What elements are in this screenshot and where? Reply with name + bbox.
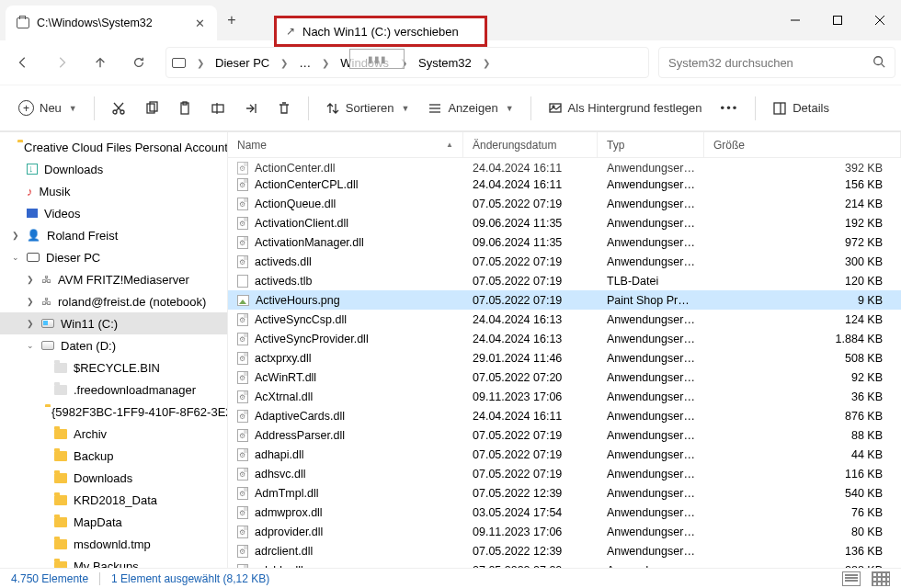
col-type[interactable]: Typ [598, 132, 704, 157]
file-row[interactable]: adsldp.dll07.05.2022 07:20Anwendungserwe… [228, 560, 901, 568]
file-date: 07.05.2022 07:19 [463, 275, 598, 288]
tree-item[interactable]: ⌄Daten (D:) [0, 334, 227, 356]
file-row[interactable]: AdaptiveCards.dll24.04.2024 16:11Anwendu… [228, 406, 901, 425]
chevron-icon[interactable]: ⌄ [11, 253, 20, 262]
file-row[interactable]: adhsvc.dll07.05.2022 07:19Anwendungserwe… [228, 464, 901, 483]
set-background-button[interactable]: Als Hintergrund festlegen [541, 93, 710, 124]
tree-item[interactable]: ⌄Dieser PC [0, 246, 227, 268]
sort-button[interactable]: Sortieren ▼ [318, 93, 417, 124]
file-row[interactable]: ActivationManager.dll09.06.2024 11:35Anw… [228, 232, 901, 252]
chevron-right-icon[interactable]: ❯ [191, 58, 210, 68]
minimize-button[interactable] [774, 0, 816, 40]
chevron-right-icon[interactable]: ❯ [275, 58, 293, 68]
file-name: adrclient.dll [255, 545, 313, 558]
file-size: 9 KB [704, 294, 901, 307]
file-name: adhapi.dll [255, 448, 304, 461]
file-row[interactable]: AcXtrnal.dll09.11.2023 17:06Anwendungser… [228, 387, 901, 406]
file-row[interactable]: activeds.tlb07.05.2022 07:19TLB-Datei120… [228, 271, 901, 290]
file-name: actxprxy.dll [255, 352, 312, 365]
close-window-button[interactable] [859, 0, 901, 40]
view-grid-icon[interactable] [872, 571, 890, 586]
view-button[interactable]: Anzeigen ▼ [420, 93, 520, 124]
search-input[interactable] [668, 56, 872, 70]
tree-item[interactable]: ❯👤Roland Freist [0, 224, 227, 246]
col-name[interactable]: Name▲ [228, 132, 463, 157]
tree-item[interactable]: Videos [0, 202, 227, 224]
tree-item[interactable]: Archiv [0, 423, 227, 445]
crumb-system32[interactable]: System32 [415, 54, 475, 72]
chevron-right-icon[interactable]: ❯ [477, 58, 496, 68]
tree-label: Videos [44, 207, 81, 220]
details-pane-button[interactable]: Details [765, 93, 837, 124]
back-button[interactable] [6, 46, 40, 79]
tree-item[interactable]: My Backups [0, 555, 227, 568]
chevron-right-icon[interactable]: ❯ [316, 58, 335, 68]
up-button[interactable] [83, 46, 118, 79]
new-label: Neu [40, 101, 62, 115]
chevron-icon[interactable]: ❯ [26, 275, 35, 284]
file-row[interactable]: adrclient.dll07.05.2022 12:39Anwendungse… [228, 541, 901, 560]
tab-active[interactable]: C:\Windows\System32 ✕ [6, 6, 217, 40]
nav-tree[interactable]: Creative Cloud Files Personal AccountDow… [0, 132, 228, 568]
tree-item[interactable]: ❯🖧AVM FRITZ!Mediaserver [0, 268, 227, 290]
refresh-button[interactable] [121, 46, 156, 79]
file-row[interactable]: AcWinRT.dll07.05.2022 07:20Anwendungserw… [228, 368, 901, 387]
crumb-dieser-pc[interactable]: Dieser PC [211, 54, 273, 72]
tree-item[interactable]: ❯Win11 (C:) [0, 312, 227, 334]
tree-item[interactable]: .freedownloadmanager [0, 379, 227, 401]
file-row[interactable]: ActionCenterCPL.dll24.04.2024 16:11Anwen… [228, 175, 901, 194]
file-row[interactable]: adprovider.dll09.11.2023 17:06Anwendungs… [228, 522, 901, 541]
chevron-icon[interactable]: ❯ [11, 231, 20, 240]
breadcrumb[interactable]: ❯ Dieser PC ❯ … ❯ Windows ❯ System32 ❯ [165, 47, 649, 78]
delete-button[interactable] [269, 93, 299, 124]
file-row[interactable]: ActiveSyncCsp.dll24.04.2024 16:13Anwendu… [228, 310, 901, 329]
new-button[interactable]: + Neu ▼ [11, 93, 85, 124]
tree-item[interactable]: {5982F3BC-1FF9-410F-8F62-3E2 [0, 401, 227, 423]
copy-button[interactable] [137, 93, 166, 124]
tree-item[interactable]: Downloads [0, 158, 227, 180]
tree-item[interactable]: Backup [0, 445, 227, 467]
col-size[interactable]: Größe [704, 132, 901, 157]
tree-item[interactable]: MapData [0, 511, 227, 533]
tree-item[interactable]: Downloads [0, 467, 227, 489]
file-date: 24.04.2024 16:13 [463, 313, 598, 326]
file-row[interactable]: adhapi.dll07.05.2022 07:19Anwendungserwe… [228, 445, 901, 464]
cut-button[interactable] [104, 93, 133, 124]
forward-button[interactable] [44, 46, 79, 79]
chevron-icon[interactable]: ❯ [26, 319, 35, 328]
tree-item[interactable]: msdownld.tmp [0, 533, 227, 555]
share-button[interactable] [236, 93, 266, 124]
tree-item[interactable]: ♪Musik [0, 180, 227, 202]
file-row[interactable]: AddressParser.dll07.05.2022 07:19Anwendu… [228, 425, 901, 445]
file-row[interactable]: ActiveSyncProvider.dll24.04.2024 16:13An… [228, 329, 901, 348]
maximize-button[interactable] [816, 0, 859, 40]
search-box[interactable] [658, 47, 895, 78]
file-row[interactable]: activeds.dll07.05.2022 07:19Anwendungser… [228, 252, 901, 271]
file-row[interactable]: actxprxy.dll29.01.2024 11:46Anwendungser… [228, 348, 901, 368]
search-icon[interactable] [872, 55, 885, 71]
tree-item[interactable]: ❯🖧roland@freist.de (notebook) [0, 290, 227, 312]
file-row[interactable]: ActionQueue.dll07.05.2022 07:19Anwendung… [228, 194, 901, 213]
tree-item[interactable]: $RECYCLE.BIN [0, 356, 227, 379]
chevron-icon[interactable]: ⌄ [26, 341, 35, 350]
more-button[interactable]: ••• [713, 93, 747, 124]
file-list[interactable]: Name▲ Änderungsdatum Typ Größe ActionCen… [228, 132, 901, 568]
paste-button[interactable] [170, 93, 200, 124]
new-tab-button[interactable]: + [217, 0, 246, 40]
tree-label: Win11 (C:) [61, 317, 118, 331]
file-row[interactable]: admwprox.dll03.05.2024 17:54Anwendungser… [228, 503, 901, 522]
tree-item[interactable]: Creative Cloud Files Personal Account [0, 136, 227, 158]
file-size: 1.884 KB [704, 333, 901, 345]
rename-button[interactable] [203, 93, 233, 124]
file-type: Anwendungserwe... [598, 162, 704, 175]
crumb-ellipsis[interactable]: … [295, 54, 314, 72]
file-row[interactable]: ActivationClient.dll09.06.2024 11:35Anwe… [228, 213, 901, 232]
col-date[interactable]: Änderungsdatum [463, 132, 598, 157]
chevron-icon[interactable]: ❯ [26, 297, 35, 306]
tree-item[interactable]: KRD2018_Data [0, 489, 227, 511]
file-row[interactable]: ActiveHours.png07.05.2022 07:19Paint Sho… [228, 290, 901, 310]
file-row[interactable]: AdmTmpl.dll07.05.2022 12:39Anwendungserw… [228, 483, 901, 503]
file-row[interactable]: ActionCenter.dll24.04.2024 16:11Anwendun… [228, 158, 901, 175]
view-list-icon[interactable] [842, 571, 861, 586]
close-tab-icon[interactable]: ✕ [193, 17, 206, 30]
